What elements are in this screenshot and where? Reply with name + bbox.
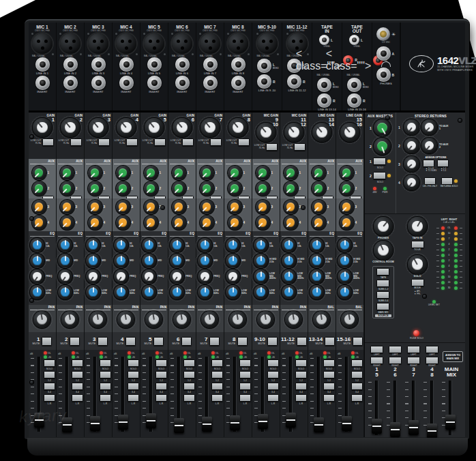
- channel-fader[interactable]: [230, 415, 240, 430]
- eq-mid-knob[interactable]: [30, 254, 44, 268]
- stereo-return-3-knob[interactable]: [404, 156, 419, 172]
- eq-low-knob[interactable]: [310, 285, 324, 299]
- pan-knob[interactable]: [285, 311, 302, 328]
- solo-button[interactable]: [72, 359, 83, 367]
- stereo-return-2-knob[interactable]: [404, 138, 419, 153]
- gain-knob[interactable]: [61, 118, 80, 137]
- line-in-13-14-left-jack[interactable]: [317, 78, 331, 92]
- aux-1-knob[interactable]: [256, 166, 270, 180]
- eq-low-knob[interactable]: [58, 285, 72, 299]
- xlr-input-5[interactable]: [144, 33, 164, 54]
- pan-knob[interactable]: [229, 311, 246, 328]
- aux-2-knob[interactable]: [200, 181, 214, 196]
- aux-3-knob[interactable]: [172, 200, 186, 214]
- gain-knob[interactable]: [200, 118, 220, 137]
- assign-3-4-button[interactable]: [155, 383, 167, 390]
- xlr-input-stereo[interactable]: [257, 33, 278, 54]
- mute-button[interactable]: [267, 337, 278, 346]
- line-in-15-16-left-jack[interactable]: [347, 78, 361, 92]
- aux-3-knob[interactable]: [228, 200, 242, 214]
- mute-button[interactable]: [125, 337, 136, 346]
- channel-fader[interactable]: [118, 415, 128, 430]
- solo-mode-button[interactable]: [411, 279, 424, 286]
- eq-low-mid-knob[interactable]: [254, 269, 268, 284]
- insert-6-jack[interactable]: [175, 76, 190, 90]
- aux-1-knob[interactable]: [172, 166, 186, 180]
- aux-2-knob[interactable]: [144, 181, 158, 196]
- insert-7-jack[interactable]: [203, 76, 218, 90]
- mute-button[interactable]: [42, 337, 52, 346]
- assign-1-2-button[interactable]: [100, 371, 111, 378]
- solo-level-knob[interactable]: [408, 255, 427, 274]
- eq-freq-knob[interactable]: [114, 269, 128, 284]
- assign-1-2-button[interactable]: [267, 371, 279, 378]
- assign-3-4-button[interactable]: [183, 383, 195, 390]
- sub-4-right-assign-button[interactable]: [426, 357, 438, 364]
- pan-knob[interactable]: [201, 311, 218, 328]
- aux-4-knob[interactable]: [340, 215, 354, 230]
- mute-button[interactable]: [70, 337, 80, 346]
- balance-knob[interactable]: [313, 311, 330, 328]
- solo-button[interactable]: [155, 359, 167, 367]
- return-to-aux-1-knob[interactable]: [421, 119, 437, 135]
- solo-button[interactable]: [100, 359, 111, 367]
- line-in-1-jack[interactable]: [35, 57, 50, 72]
- pan-knob[interactable]: [33, 311, 50, 328]
- balance-knob[interactable]: [341, 311, 358, 328]
- mute-button[interactable]: [181, 337, 192, 346]
- pan-knob[interactable]: [257, 311, 274, 328]
- assign-L-R-button[interactable]: [211, 394, 223, 402]
- xlr-input-7[interactable]: [200, 33, 220, 54]
- gain-knob[interactable]: [173, 118, 192, 137]
- sub-1-right-assign-button[interactable]: [370, 357, 383, 364]
- aux-3-knob[interactable]: [200, 200, 214, 214]
- tape-out-left-rca[interactable]: [349, 35, 359, 45]
- aux-1-knob[interactable]: [312, 166, 326, 180]
- eq-low-knob[interactable]: [282, 285, 296, 299]
- line-in-13-14-right-jack[interactable]: [317, 93, 331, 108]
- low-cut-button[interactable]: [294, 143, 306, 151]
- gain-knob[interactable]: [33, 118, 52, 137]
- sub-2-left-assign-button[interactable]: [389, 346, 402, 353]
- aux-3-knob[interactable]: [284, 200, 298, 214]
- sub-1-left-assign-button[interactable]: [370, 346, 383, 353]
- aux-4-knob[interactable]: [256, 215, 270, 230]
- eq-low-knob[interactable]: [170, 285, 184, 299]
- aux-1-knob[interactable]: [144, 166, 158, 180]
- aux-2-knob[interactable]: [312, 181, 326, 196]
- assign-1-2-button[interactable]: [72, 371, 83, 378]
- eq-mid-knob[interactable]: [170, 254, 184, 268]
- aux-3-knob[interactable]: [256, 200, 270, 214]
- assign-1-2-button[interactable]: [44, 371, 55, 378]
- aux-4-knob[interactable]: [32, 215, 46, 230]
- eq-hi-knob[interactable]: [254, 238, 268, 252]
- aux-2-knob[interactable]: [32, 181, 46, 196]
- insert-8-jack[interactable]: [231, 76, 246, 90]
- aux-2-knob[interactable]: [88, 181, 102, 196]
- eq-low-knob[interactable]: [226, 285, 240, 299]
- eq-mid-knob[interactable]: [86, 254, 100, 268]
- sub-fader-2-6[interactable]: [390, 422, 400, 437]
- aux-4-knob[interactable]: [144, 215, 158, 230]
- insert-5-jack[interactable]: [147, 76, 162, 90]
- tape-to-lr-button[interactable]: [411, 241, 424, 248]
- aux-2-knob[interactable]: [340, 181, 354, 196]
- solo-button[interactable]: [323, 359, 335, 367]
- assign-3-4-button[interactable]: [239, 383, 251, 390]
- pan-knob[interactable]: [145, 311, 162, 328]
- eq-hi-knob[interactable]: [310, 238, 324, 252]
- gain-knob[interactable]: [145, 118, 164, 137]
- eq-hi-mid-knob[interactable]: [310, 254, 324, 268]
- eq-hi-knob[interactable]: [282, 238, 296, 252]
- channel-fader[interactable]: [258, 414, 268, 429]
- aux-4-knob[interactable]: [200, 215, 214, 230]
- return-to-aux-2-knob[interactable]: [421, 138, 437, 153]
- gain-knob[interactable]: [312, 123, 331, 142]
- aux-1-knob[interactable]: [284, 166, 298, 180]
- aux-master-2-solo-button[interactable]: [373, 172, 386, 179]
- eq-hi-knob[interactable]: [142, 238, 156, 252]
- line-in-7-jack[interactable]: [203, 57, 218, 72]
- aux-4-knob[interactable]: [284, 215, 298, 230]
- eq-low-knob[interactable]: [86, 285, 100, 299]
- eq-freq-knob[interactable]: [30, 269, 44, 284]
